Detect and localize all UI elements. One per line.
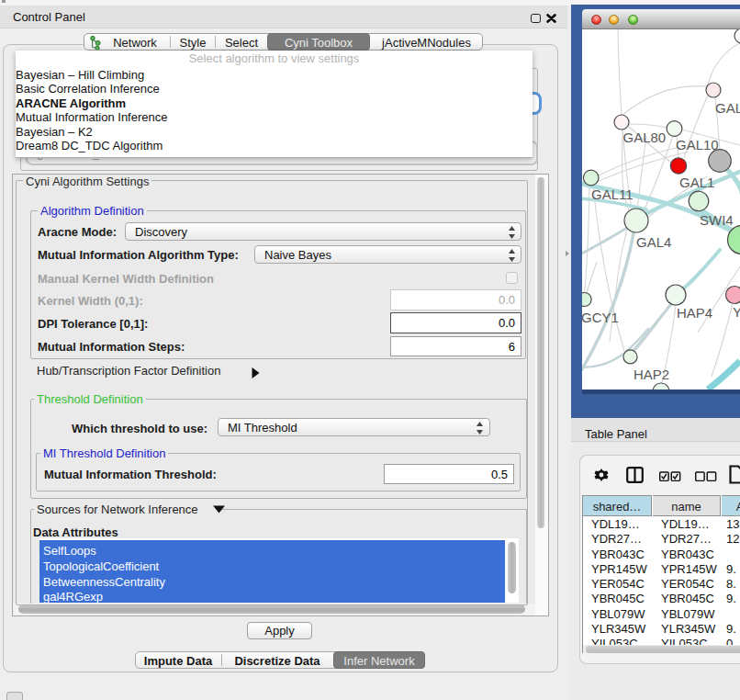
svg-text:GAL10: GAL10 — [676, 137, 719, 152]
svg-text:GAL4: GAL4 — [636, 234, 671, 250]
svg-text:GAL2: GAL2 — [715, 100, 740, 116]
svg-text:GAL80: GAL80 — [623, 130, 667, 145]
svg-text:HAP2: HAP2 — [633, 367, 669, 382]
svg-text:GCY1: GCY1 — [582, 310, 619, 325]
svg-text:HAP4: HAP4 — [677, 305, 712, 321]
svg-text:GAL1: GAL1 — [679, 175, 714, 190]
svg-text:SWI4: SWI4 — [700, 212, 734, 228]
svg-text:YJR: YJR — [733, 304, 740, 320]
svg-text:GAL11: GAL11 — [591, 186, 633, 202]
